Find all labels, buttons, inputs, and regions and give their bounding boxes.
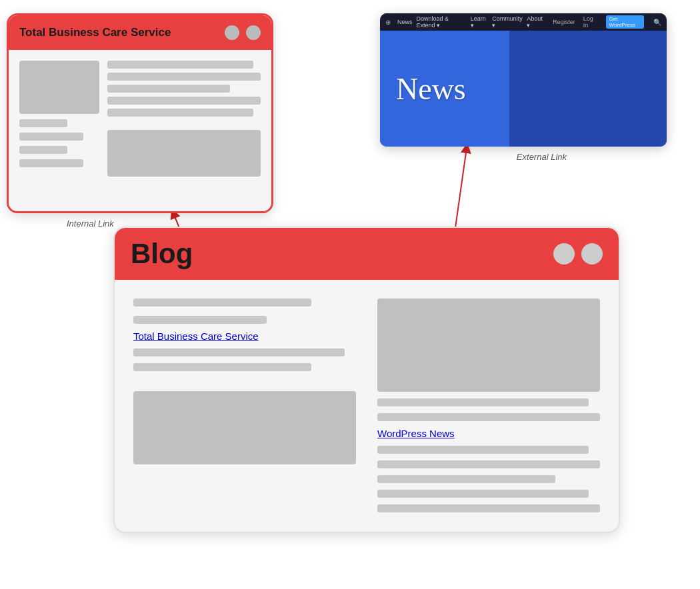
internal-bar-4 (19, 159, 83, 167)
internal-bar-r5 (107, 109, 253, 117)
blog-title: Blog (131, 238, 193, 270)
blog-bar-r7 (377, 504, 600, 512)
external-link-label: External Link (517, 152, 567, 162)
internal-bar-1 (19, 119, 67, 127)
blog-img-placeholder-r (377, 298, 600, 392)
external-body: News (380, 31, 667, 147)
blog-left-col: Total Business Care Service (133, 298, 367, 518)
internal-link-label: Internal Link (67, 219, 114, 229)
ext-nav-learn: Learn ▾ (471, 15, 489, 29)
internal-window-title: Total Business Care Service (19, 26, 171, 39)
window-btn-2 (246, 25, 261, 40)
internal-page-link[interactable]: Total Business Care Service (133, 330, 356, 342)
internal-window-body (9, 50, 271, 211)
blog-body: Total Business Care Service WordPress Ne… (115, 280, 619, 532)
external-page-window: ⊕ News Download & Extend ▾ Learn ▾ Commu… (380, 13, 667, 147)
blog-bar-r4 (377, 460, 600, 468)
blog-bar-l4 (133, 363, 311, 371)
ext-nav-community: Community ▾ (492, 15, 523, 29)
internal-window-header: Total Business Care Service (9, 15, 271, 50)
internal-right-col (107, 61, 261, 201)
ext-nav-news: News (397, 19, 413, 25)
ext-login: Log In (583, 15, 598, 29)
internal-window-controls (225, 25, 261, 40)
blog-window: Blog Total Business Care Service WordPre… (113, 227, 620, 533)
blog-bar-r3 (377, 446, 589, 454)
internal-left-col (19, 61, 99, 201)
ext-register: Register (553, 19, 575, 25)
blog-win-btn-2 (581, 243, 603, 265)
ext-search-icon: 🔍 (653, 19, 661, 26)
internal-bar-r1 (107, 61, 253, 69)
blog-bar-l1 (133, 298, 311, 306)
blog-bar-r5 (377, 475, 555, 483)
ext-nav-download: Download & Extend ▾ (417, 15, 467, 29)
external-news-title: News (396, 71, 466, 107)
blog-bar-l3 (133, 348, 345, 356)
internal-bar-2 (19, 133, 83, 141)
internal-img2-placeholder (107, 130, 261, 177)
blog-header: Blog (115, 228, 619, 280)
internal-page-window: Total Business Care Service (7, 13, 273, 213)
ext-nav-about: About ▾ (527, 15, 545, 29)
blog-window-controls (553, 243, 603, 265)
blog-right-col: WordPress News (367, 298, 600, 518)
blog-bar-r1 (377, 398, 589, 406)
internal-bar-r4 (107, 97, 261, 105)
blog-bar-r2 (377, 413, 600, 421)
internal-bar-r2 (107, 73, 261, 81)
external-page-link[interactable]: WordPress News (377, 428, 600, 439)
internal-img-placeholder (19, 61, 99, 114)
internal-bar-r3 (107, 85, 230, 93)
ext-get-wp-btn: Get WordPress (606, 15, 644, 29)
ext-bg-overlay (509, 31, 667, 147)
blog-bar-l2 (133, 316, 267, 324)
blog-win-btn-1 (553, 243, 575, 265)
blog-bar-r6 (377, 490, 589, 498)
external-topbar: ⊕ News Download & Extend ▾ Learn ▾ Commu… (380, 13, 667, 31)
internal-bar-3 (19, 146, 67, 154)
blog-img-placeholder-l (133, 391, 356, 464)
wp-icon: ⊕ (385, 19, 391, 26)
window-btn-1 (225, 25, 239, 40)
